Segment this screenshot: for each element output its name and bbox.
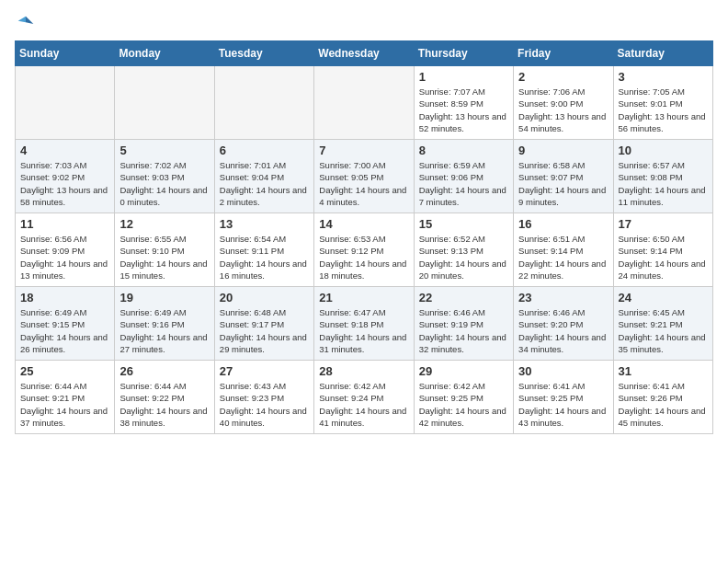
day-info: Sunrise: 6:47 AM Sunset: 9:18 PM Dayligh… <box>319 306 408 355</box>
calendar-day: 12Sunrise: 6:55 AM Sunset: 9:10 PM Dayli… <box>115 213 214 287</box>
day-number: 14 <box>319 217 408 231</box>
day-number: 6 <box>220 144 309 157</box>
calendar-day: 16Sunrise: 6:51 AM Sunset: 9:14 PM Dayli… <box>514 213 613 287</box>
calendar-week-row: 25Sunrise: 6:44 AM Sunset: 9:21 PM Dayli… <box>16 361 713 434</box>
day-number: 28 <box>319 364 408 378</box>
day-info: Sunrise: 6:49 AM Sunset: 9:16 PM Dayligh… <box>119 306 209 355</box>
day-info: Sunrise: 6:53 AM Sunset: 9:12 PM Dayligh… <box>319 233 408 282</box>
day-info: Sunrise: 6:49 AM Sunset: 9:15 PM Dayligh… <box>20 306 109 355</box>
day-info: Sunrise: 6:58 AM Sunset: 9:07 PM Dayligh… <box>518 159 608 208</box>
calendar-day: 9Sunrise: 6:58 AM Sunset: 9:07 PM Daylig… <box>514 140 613 213</box>
day-number: 1 <box>419 70 508 84</box>
day-header-saturday: Saturday <box>613 41 712 66</box>
calendar-day <box>214 66 313 140</box>
day-number: 23 <box>518 291 608 304</box>
calendar-day: 5Sunrise: 7:02 AM Sunset: 9:03 PM Daylig… <box>115 140 214 213</box>
calendar-day <box>115 66 214 140</box>
day-info: Sunrise: 7:01 AM Sunset: 9:04 PM Dayligh… <box>220 159 309 208</box>
day-number: 10 <box>619 144 708 157</box>
day-info: Sunrise: 6:59 AM Sunset: 9:06 PM Dayligh… <box>419 159 508 208</box>
calendar-day: 10Sunrise: 6:57 AM Sunset: 9:08 PM Dayli… <box>613 140 712 213</box>
day-number: 31 <box>619 364 708 378</box>
day-info: Sunrise: 7:00 AM Sunset: 9:05 PM Dayligh… <box>319 159 408 208</box>
day-info: Sunrise: 6:44 AM Sunset: 9:22 PM Dayligh… <box>119 380 209 429</box>
day-info: Sunrise: 6:42 AM Sunset: 9:24 PM Dayligh… <box>319 380 408 429</box>
day-info: Sunrise: 7:05 AM Sunset: 9:01 PM Dayligh… <box>619 86 708 134</box>
calendar-day: 19Sunrise: 6:49 AM Sunset: 9:16 PM Dayli… <box>115 287 214 361</box>
day-info: Sunrise: 6:43 AM Sunset: 9:23 PM Dayligh… <box>220 380 309 429</box>
calendar-day: 2Sunrise: 7:06 AM Sunset: 9:00 PM Daylig… <box>514 66 613 140</box>
calendar-day: 6Sunrise: 7:01 AM Sunset: 9:04 PM Daylig… <box>214 140 313 213</box>
header <box>15 15 713 33</box>
day-header-tuesday: Tuesday <box>214 41 313 66</box>
day-info: Sunrise: 6:41 AM Sunset: 9:26 PM Dayligh… <box>619 380 708 429</box>
day-number: 24 <box>619 291 708 304</box>
calendar-day: 23Sunrise: 6:46 AM Sunset: 9:20 PM Dayli… <box>514 287 613 361</box>
day-info: Sunrise: 6:51 AM Sunset: 9:14 PM Dayligh… <box>518 233 608 282</box>
day-info: Sunrise: 6:57 AM Sunset: 9:08 PM Dayligh… <box>619 159 708 208</box>
day-number: 9 <box>518 144 608 157</box>
calendar-day: 8Sunrise: 6:59 AM Sunset: 9:06 PM Daylig… <box>414 140 513 213</box>
day-info: Sunrise: 6:52 AM Sunset: 9:13 PM Dayligh… <box>419 233 508 282</box>
day-info: Sunrise: 7:02 AM Sunset: 9:03 PM Dayligh… <box>119 159 209 208</box>
day-number: 3 <box>619 70 708 84</box>
day-info: Sunrise: 6:46 AM Sunset: 9:19 PM Dayligh… <box>419 306 508 355</box>
calendar-day: 27Sunrise: 6:43 AM Sunset: 9:23 PM Dayli… <box>214 361 313 434</box>
day-info: Sunrise: 6:56 AM Sunset: 9:09 PM Dayligh… <box>20 233 109 282</box>
calendar-week-row: 4Sunrise: 7:03 AM Sunset: 9:02 PM Daylig… <box>16 140 713 213</box>
calendar-day: 26Sunrise: 6:44 AM Sunset: 9:22 PM Dayli… <box>115 361 214 434</box>
calendar-day: 20Sunrise: 6:48 AM Sunset: 9:17 PM Dayli… <box>214 287 313 361</box>
day-number: 15 <box>419 217 508 231</box>
calendar-day: 1Sunrise: 7:07 AM Sunset: 8:59 PM Daylig… <box>414 66 513 140</box>
calendar-day: 29Sunrise: 6:42 AM Sunset: 9:25 PM Dayli… <box>414 361 513 434</box>
logo-icon <box>17 15 35 33</box>
day-header-thursday: Thursday <box>414 41 513 66</box>
day-number: 4 <box>20 144 109 157</box>
day-info: Sunrise: 6:48 AM Sunset: 9:17 PM Dayligh… <box>220 306 309 355</box>
calendar-day <box>314 66 414 140</box>
day-info: Sunrise: 6:46 AM Sunset: 9:20 PM Dayligh… <box>518 306 608 355</box>
calendar-day: 30Sunrise: 6:41 AM Sunset: 9:25 PM Dayli… <box>514 361 613 434</box>
day-number: 8 <box>419 144 508 157</box>
day-number: 16 <box>518 217 608 231</box>
day-info: Sunrise: 6:45 AM Sunset: 9:21 PM Dayligh… <box>619 306 708 355</box>
calendar-day: 14Sunrise: 6:53 AM Sunset: 9:12 PM Dayli… <box>314 213 414 287</box>
calendar-day: 31Sunrise: 6:41 AM Sunset: 9:26 PM Dayli… <box>613 361 712 434</box>
calendar-header-row: SundayMondayTuesdayWednesdayThursdayFrid… <box>16 41 713 66</box>
calendar-day <box>16 66 115 140</box>
day-number: 17 <box>619 217 708 231</box>
day-header-wednesday: Wednesday <box>314 41 414 66</box>
calendar-day: 15Sunrise: 6:52 AM Sunset: 9:13 PM Dayli… <box>414 213 513 287</box>
calendar-week-row: 11Sunrise: 6:56 AM Sunset: 9:09 PM Dayli… <box>16 213 713 287</box>
day-header-monday: Monday <box>115 41 214 66</box>
day-number: 11 <box>20 217 109 231</box>
calendar-day: 17Sunrise: 6:50 AM Sunset: 9:14 PM Dayli… <box>613 213 712 287</box>
day-number: 25 <box>20 364 109 378</box>
calendar-week-row: 18Sunrise: 6:49 AM Sunset: 9:15 PM Dayli… <box>16 287 713 361</box>
day-number: 26 <box>119 364 209 378</box>
day-info: Sunrise: 6:50 AM Sunset: 9:14 PM Dayligh… <box>619 233 708 282</box>
calendar-day: 18Sunrise: 6:49 AM Sunset: 9:15 PM Dayli… <box>16 287 115 361</box>
day-number: 7 <box>319 144 408 157</box>
day-info: Sunrise: 6:41 AM Sunset: 9:25 PM Dayligh… <box>518 380 608 429</box>
day-info: Sunrise: 6:54 AM Sunset: 9:11 PM Dayligh… <box>220 233 309 282</box>
day-number: 27 <box>220 364 309 378</box>
calendar-day: 21Sunrise: 6:47 AM Sunset: 9:18 PM Dayli… <box>314 287 414 361</box>
calendar-day: 4Sunrise: 7:03 AM Sunset: 9:02 PM Daylig… <box>16 140 115 213</box>
day-number: 22 <box>419 291 508 304</box>
day-info: Sunrise: 7:07 AM Sunset: 8:59 PM Dayligh… <box>419 86 508 134</box>
day-header-friday: Friday <box>514 41 613 66</box>
day-info: Sunrise: 7:03 AM Sunset: 9:02 PM Dayligh… <box>20 159 109 208</box>
day-number: 29 <box>419 364 508 378</box>
calendar-day: 24Sunrise: 6:45 AM Sunset: 9:21 PM Dayli… <box>613 287 712 361</box>
calendar-day: 25Sunrise: 6:44 AM Sunset: 9:21 PM Dayli… <box>16 361 115 434</box>
calendar: SundayMondayTuesdayWednesdayThursdayFrid… <box>15 40 713 434</box>
calendar-week-row: 1Sunrise: 7:07 AM Sunset: 8:59 PM Daylig… <box>16 66 713 140</box>
day-number: 2 <box>518 70 608 84</box>
day-number: 18 <box>20 291 109 304</box>
day-info: Sunrise: 6:55 AM Sunset: 9:10 PM Dayligh… <box>119 233 209 282</box>
day-number: 5 <box>119 144 209 157</box>
day-number: 21 <box>319 291 408 304</box>
day-number: 20 <box>220 291 309 304</box>
calendar-day: 22Sunrise: 6:46 AM Sunset: 9:19 PM Dayli… <box>414 287 513 361</box>
